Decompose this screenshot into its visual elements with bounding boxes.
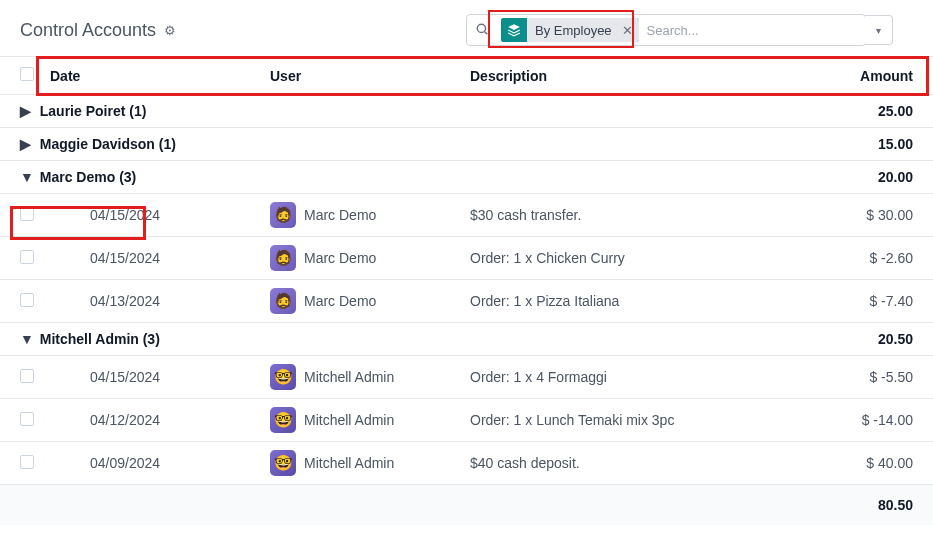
search-icon [467, 22, 497, 39]
cell-user: 🤓Mitchell Admin [262, 356, 462, 399]
group-row[interactable]: ▼ Marc Demo (3)20.00 [0, 161, 933, 194]
row-checkbox[interactable] [20, 412, 34, 426]
cell-date: 04/15/2024 [42, 194, 262, 237]
caret-down-icon: ▼ [20, 331, 32, 347]
table-row[interactable]: 04/09/2024🤓Mitchell Admin$40 cash deposi… [0, 442, 933, 485]
cell-amount: $ -7.40 [807, 280, 933, 323]
avatar: 🤓 [270, 407, 296, 433]
col-user[interactable]: User [262, 57, 462, 95]
table-header-row: Date User Description Amount [0, 57, 933, 95]
cell-user: 🧔Marc Demo [262, 194, 462, 237]
cell-description: Order: 1 x 4 Formaggi [462, 356, 807, 399]
chip-label: By Employee [527, 18, 620, 42]
avatar: 🧔 [270, 202, 296, 228]
gear-icon[interactable]: ⚙ [164, 23, 176, 38]
cell-date: 04/13/2024 [42, 280, 262, 323]
cell-user: 🤓Mitchell Admin [262, 399, 462, 442]
group-row[interactable]: ▶ Laurie Poiret (1)25.00 [0, 95, 933, 128]
select-all-checkbox[interactable] [20, 67, 34, 81]
cell-description: $30 cash transfer. [462, 194, 807, 237]
cell-amount: $ 30.00 [807, 194, 933, 237]
search-input[interactable] [639, 23, 865, 38]
group-row[interactable]: ▶ Maggie Davidson (1)15.00 [0, 128, 933, 161]
avatar: 🤓 [270, 364, 296, 390]
cell-date: 04/15/2024 [42, 237, 262, 280]
group-subtotal: 20.50 [807, 323, 933, 356]
avatar: 🤓 [270, 450, 296, 476]
row-checkbox[interactable] [20, 250, 34, 264]
row-checkbox[interactable] [20, 293, 34, 307]
col-amount[interactable]: Amount [807, 57, 933, 95]
avatar: 🧔 [270, 288, 296, 314]
cell-amount: $ 40.00 [807, 442, 933, 485]
group-subtotal: 15.00 [807, 128, 933, 161]
cell-description: Order: 1 x Pizza Italiana [462, 280, 807, 323]
table-row[interactable]: 04/15/2024🧔Marc Demo$30 cash transfer.$ … [0, 194, 933, 237]
group-subtotal: 25.00 [807, 95, 933, 128]
col-description[interactable]: Description [462, 57, 807, 95]
svg-point-0 [477, 24, 485, 32]
cell-description: Order: 1 x Lunch Temaki mix 3pc [462, 399, 807, 442]
cell-description: Order: 1 x Chicken Curry [462, 237, 807, 280]
svg-line-1 [485, 31, 488, 34]
group-subtotal: 20.00 [807, 161, 933, 194]
table-row[interactable]: 04/15/2024🧔Marc DemoOrder: 1 x Chicken C… [0, 237, 933, 280]
cell-user: 🤓Mitchell Admin [262, 442, 462, 485]
cell-date: 04/15/2024 [42, 356, 262, 399]
row-checkbox[interactable] [20, 207, 34, 221]
page-title: Control Accounts [20, 20, 156, 41]
table-row[interactable]: 04/12/2024🤓Mitchell AdminOrder: 1 x Lunc… [0, 399, 933, 442]
layers-icon [501, 18, 527, 42]
cell-user: 🧔Marc Demo [262, 280, 462, 323]
caret-down-icon: ▼ [20, 169, 32, 185]
search-box[interactable]: By Employee ✕ [466, 14, 866, 46]
cell-description: $40 cash deposit. [462, 442, 807, 485]
cell-amount: $ -14.00 [807, 399, 933, 442]
groupby-chip[interactable]: By Employee ✕ [501, 18, 639, 42]
chip-close-icon[interactable]: ✕ [620, 18, 639, 42]
svg-marker-2 [508, 24, 520, 30]
caret-right-icon: ▶ [20, 103, 32, 119]
cell-date: 04/12/2024 [42, 399, 262, 442]
table-row[interactable]: 04/13/2024🧔Marc DemoOrder: 1 x Pizza Ita… [0, 280, 933, 323]
col-date[interactable]: Date [42, 57, 262, 95]
cell-date: 04/09/2024 [42, 442, 262, 485]
cell-amount: $ -2.60 [807, 237, 933, 280]
avatar: 🧔 [270, 245, 296, 271]
table-row[interactable]: 04/15/2024🤓Mitchell AdminOrder: 1 x 4 Fo… [0, 356, 933, 399]
cell-amount: $ -5.50 [807, 356, 933, 399]
caret-right-icon: ▶ [20, 136, 32, 152]
search-dropdown-button[interactable]: ▾ [865, 15, 893, 45]
row-checkbox[interactable] [20, 455, 34, 469]
group-row[interactable]: ▼ Mitchell Admin (3)20.50 [0, 323, 933, 356]
grand-total: 80.50 [0, 485, 933, 526]
row-checkbox[interactable] [20, 369, 34, 383]
cell-user: 🧔Marc Demo [262, 237, 462, 280]
